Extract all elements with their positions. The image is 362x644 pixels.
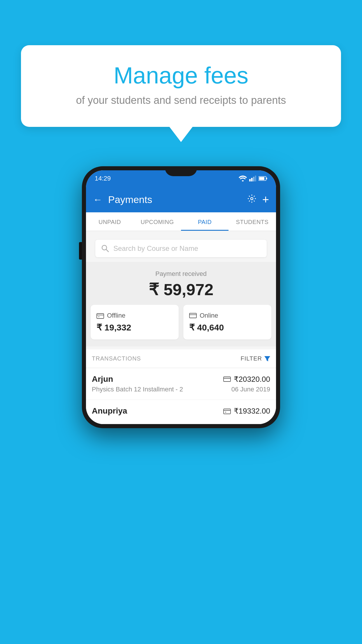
bubble-subtitle: of your students and send receipts to pa… (41, 94, 321, 106)
payment-received-label: Payment received (91, 270, 271, 278)
svg-rect-6 (259, 177, 264, 180)
svg-rect-3 (255, 176, 256, 181)
svg-point-8 (102, 245, 107, 250)
transaction-amount-wrapper: ₹20320.00 (223, 375, 270, 384)
payment-total-amount: ₹ 59,972 (91, 280, 271, 299)
offline-payment-card: Offline ₹ 19,332 (91, 305, 179, 340)
transaction-name: Arjun (92, 374, 113, 384)
wifi-icon (239, 176, 247, 181)
phone-screen: 14:29 (86, 170, 276, 424)
svg-rect-9 (97, 314, 104, 318)
settings-button[interactable] (247, 194, 256, 205)
tab-unpaid[interactable]: UNPAID (86, 212, 133, 231)
svg-rect-2 (253, 177, 254, 181)
tab-paid[interactable]: PAID (181, 212, 229, 231)
filter-icon (264, 356, 270, 361)
svg-rect-13 (224, 409, 231, 414)
filter-button[interactable]: FILTER (241, 355, 270, 362)
payment-received-section: Payment received ₹ 59,972 Offl (86, 262, 276, 346)
status-time: 14:29 (95, 175, 111, 182)
filter-label: FILTER (241, 355, 262, 362)
transaction-amount-wrapper-2: ₹19332.00 (223, 407, 270, 416)
search-placeholder: Search by Course or Name (113, 244, 198, 253)
tab-upcoming[interactable]: UPCOMING (133, 212, 181, 231)
offline-payment-small-icon (223, 408, 231, 414)
tabs-bar: UNPAID UPCOMING PAID STUDENTS (86, 212, 276, 231)
online-payment-icon (189, 313, 197, 318)
app-bar-title: Payments (108, 194, 241, 205)
transaction-amount: ₹20320.00 (234, 375, 270, 384)
app-background: Manage fees of your students and send re… (0, 0, 362, 644)
tab-students[interactable]: STUDENTS (229, 212, 276, 231)
svg-marker-11 (264, 356, 270, 361)
payment-cards: Offline ₹ 19,332 Online (91, 305, 271, 340)
transaction-amount-2: ₹19332.00 (234, 407, 270, 416)
transaction-name-2: Anupriya (92, 406, 127, 416)
bubble-title: Manage fees (41, 63, 321, 88)
signal-icon (249, 176, 256, 181)
offline-label: Offline (107, 312, 125, 319)
search-icon (101, 244, 109, 253)
add-button[interactable]: + (262, 193, 269, 206)
back-button[interactable]: ← (93, 194, 102, 205)
transaction-course: Physics Batch 12 Installment - 2 (92, 386, 183, 393)
phone-notch (165, 166, 197, 176)
online-payment-card: Online ₹ 40,640 (183, 305, 271, 340)
search-bar[interactable]: Search by Course or Name (95, 240, 267, 257)
transactions-header: TRANSACTIONS FILTER (86, 349, 276, 368)
battery-icon (259, 176, 267, 181)
offline-payment-icon (96, 312, 104, 319)
svg-rect-12 (224, 377, 231, 382)
svg-point-7 (251, 197, 253, 200)
svg-rect-5 (266, 178, 267, 179)
status-icons (239, 176, 267, 181)
app-bar-actions: + (247, 193, 269, 206)
transactions-label: TRANSACTIONS (92, 355, 141, 362)
svg-rect-10 (189, 313, 196, 318)
svg-rect-1 (251, 178, 253, 181)
offline-amount: ₹ 19,332 (96, 322, 173, 332)
online-payment-small-icon (223, 376, 231, 382)
transaction-row[interactable]: Arjun ₹20320.00 Physics Batch 12 Install… (86, 368, 276, 400)
phone-device: 14:29 (82, 166, 280, 428)
online-amount: ₹ 40,640 (189, 322, 266, 332)
online-label: Online (200, 312, 218, 319)
transaction-row[interactable]: Anupriya ₹19332.00 (86, 400, 276, 424)
speech-bubble: Manage fees of your students and send re… (21, 45, 341, 127)
transaction-date: 06 June 2019 (231, 386, 270, 393)
app-bar: ← Payments + (86, 187, 276, 212)
svg-rect-0 (249, 179, 251, 181)
